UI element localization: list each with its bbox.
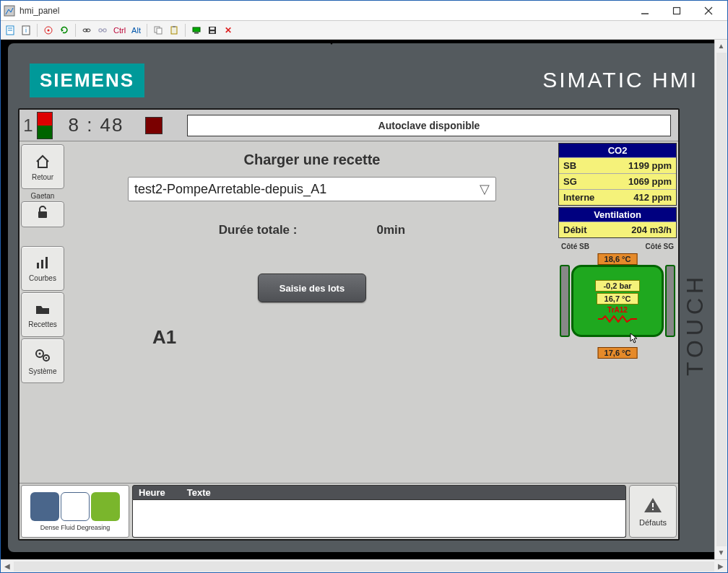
alarm-list: Heure Texte <box>132 485 626 538</box>
scroll-left-icon[interactable]: ◀ <box>1 562 14 570</box>
svg-point-32 <box>39 352 41 354</box>
tank-pressure: -0,2 bar <box>595 280 639 292</box>
vent-debit-label: Débit <box>563 224 587 235</box>
co2-sg-label: SG <box>563 176 577 187</box>
app-toolbar: i Ctrl Alt ✕ <box>1 21 727 40</box>
app-window: hmi_panel i Ctrl Alt ✕ SIEME <box>0 0 728 573</box>
hmi-screen: 1 8 : 48 Autoclave disponible <box>18 108 680 541</box>
tank-tag: TrA12 <box>607 306 628 314</box>
side-sg-label: Côté SG <box>645 242 674 250</box>
scroll-up-icon[interactable]: ▲ <box>718 40 725 53</box>
pc-icon[interactable] <box>190 24 203 37</box>
svg-rect-36 <box>652 509 654 510</box>
maximize-button[interactable] <box>661 3 693 19</box>
paste-icon[interactable] <box>168 24 181 37</box>
duration-row: Durée totale : 0min <box>70 223 554 237</box>
info-icon[interactable]: i <box>20 24 32 37</box>
co2-panel: CO2 SB1199 ppm SG1069 ppm Interne412 ppm <box>558 143 677 206</box>
end-cap-left <box>560 265 570 337</box>
svg-rect-2 <box>674 7 680 14</box>
svg-rect-20 <box>171 27 177 34</box>
warning-icon <box>643 497 663 518</box>
end-cap-right <box>665 265 675 337</box>
unit-label: A1 <box>152 326 176 349</box>
content-viewport: SIEMENS SIMATIC HMI 1 8 : 48 <box>1 40 727 572</box>
nav-recipes-button[interactable]: Recettes <box>21 292 64 337</box>
nav-system-label: Système <box>29 367 57 375</box>
faults-button[interactable]: Défauts <box>629 485 677 538</box>
side-sb-label: Côté SB <box>561 242 590 250</box>
gear-icon <box>33 347 52 366</box>
alarm-body[interactable] <box>132 500 626 538</box>
chevron-down-icon: ▽ <box>480 181 490 197</box>
co2-sb-value: 1199 ppm <box>628 160 672 171</box>
alarm-indicator <box>145 117 162 134</box>
svg-rect-22 <box>193 27 200 32</box>
scroll-right-icon[interactable]: ▶ <box>714 562 727 570</box>
tank-temp: 16,7 °C <box>597 293 639 305</box>
svg-rect-28 <box>37 263 39 268</box>
nav-back-button[interactable]: Retour <box>21 144 64 189</box>
chart-icon <box>34 255 51 273</box>
chain-icon[interactable] <box>96 24 109 37</box>
svg-rect-19 <box>157 28 162 34</box>
sides-row: Côté SB Côté SG <box>558 240 677 250</box>
brand-row: SIEMENS SIMATIC HMI <box>18 52 710 108</box>
dfd-label: Dense Fluid Degreasing <box>40 524 110 531</box>
minimize-button[interactable] <box>629 3 661 19</box>
vent-debit-value: 204 m3/h <box>631 224 672 235</box>
hmi-bezel: SIEMENS SIMATIC HMI 1 8 : 48 <box>8 43 720 552</box>
svg-rect-21 <box>173 26 176 27</box>
center-title: Charger une recette <box>70 152 554 168</box>
window-title: hmi_panel <box>20 6 59 16</box>
alt-key-label[interactable]: Alt <box>130 26 142 35</box>
svg-rect-16 <box>103 29 106 32</box>
refresh-icon[interactable] <box>58 24 71 37</box>
nav-back-label: Retour <box>32 173 53 181</box>
nav-login-button[interactable] <box>21 201 64 227</box>
nav-system-button[interactable]: Système <box>21 338 64 383</box>
alarm-col-text: Texte <box>187 487 211 498</box>
ctrl-key-label[interactable]: Ctrl <box>112 26 127 35</box>
doc-icon[interactable] <box>4 24 17 37</box>
station-number: 1 <box>20 115 37 136</box>
nav-sidebar: Retour Gaetan <box>20 141 66 483</box>
svg-point-34 <box>46 357 47 358</box>
recipe-dropdown[interactable]: test2-PompeArretable-depuis_A1 ▽ <box>128 177 496 201</box>
right-panel: CO2 SB1199 ppm SG1069 ppm Interne412 ppm… <box>558 141 678 483</box>
touch-label: TOUCH <box>680 108 710 541</box>
temp-bottom: 17,6 °C <box>598 347 638 359</box>
status-bar: 1 8 : 48 Autoclave disponible <box>20 110 678 141</box>
status-led <box>37 112 53 139</box>
svg-text:i: i <box>25 27 27 34</box>
vertical-scrollbar[interactable]: ▲ ▼ <box>714 40 727 559</box>
co2-int-value: 412 ppm <box>633 192 672 203</box>
horizontal-scrollbar[interactable]: ◀ ▶ <box>1 559 727 572</box>
close-button[interactable] <box>693 3 724 19</box>
svg-rect-15 <box>99 29 102 32</box>
nav-curves-button[interactable]: Courbes <box>21 246 64 291</box>
user-label: Gaetan <box>21 192 64 200</box>
unlock-icon <box>34 205 51 222</box>
copy-icon[interactable] <box>152 24 165 37</box>
svg-marker-12 <box>61 29 64 32</box>
scroll-down-icon[interactable]: ▼ <box>718 546 725 559</box>
duration-value: 0min <box>376 223 405 237</box>
folder-icon <box>34 302 51 319</box>
delete-icon[interactable]: ✕ <box>222 24 235 37</box>
siemens-logo: SIEMENS <box>30 64 144 97</box>
heater-icon <box>598 315 637 323</box>
home-icon <box>34 153 51 172</box>
tank-body: -0,2 bar 16,7 °C TrA12 <box>571 265 664 337</box>
alarm-col-time: Heure <box>139 487 165 498</box>
save-icon[interactable] <box>206 24 219 37</box>
svg-point-11 <box>48 29 50 31</box>
co2-sb-label: SB <box>563 160 576 171</box>
target-icon[interactable] <box>42 24 55 37</box>
link-icon[interactable] <box>80 24 93 37</box>
lots-button[interactable]: Saisie des lots <box>258 274 366 302</box>
footer-row: Dense Fluid Degreasing Heure Texte <box>20 483 678 539</box>
nav-curves-label: Courbes <box>29 274 56 282</box>
svg-rect-26 <box>210 31 214 33</box>
lots-button-label: Saisie des lots <box>280 283 344 294</box>
